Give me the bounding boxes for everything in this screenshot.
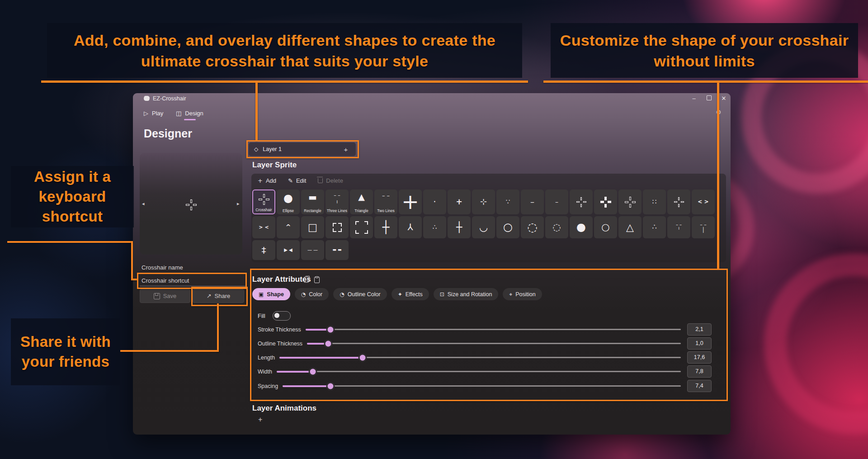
sprite-plus-large-icon: + xyxy=(401,191,419,213)
app-logo-icon xyxy=(143,96,150,101)
sprite-arc-bottom-icon: ◡ xyxy=(479,222,488,232)
sprite-circle-filled[interactable]: ● xyxy=(570,216,593,238)
sprite-triangles-facing-icon: ▶ ◀ xyxy=(284,248,292,253)
sprite-three-lines-label: Three Lines xyxy=(326,208,349,213)
add-animation-button[interactable]: + xyxy=(258,416,262,424)
preview-crosshair-icon xyxy=(185,199,197,210)
sprite-triangle-outline-icon: △ xyxy=(626,222,634,232)
sprite-crosshair-gap-bold[interactable] xyxy=(594,189,617,214)
sprite-corners-small[interactable] xyxy=(326,216,349,238)
edit-sprite-button[interactable]: ✎Edit xyxy=(288,177,306,184)
layer-animations-title: Layer Animations xyxy=(252,404,316,413)
connector-attributes xyxy=(717,83,719,269)
sprite-dash[interactable]: – xyxy=(521,189,544,214)
sprite-three-dots[interactable]: ∵ xyxy=(496,189,519,214)
sprite-ruler-vertical[interactable]: ‡ xyxy=(252,240,275,260)
save-button[interactable]: Save xyxy=(140,289,190,303)
sprite-dash-small-icon: – xyxy=(555,199,558,205)
sprite-caret-icon: ^ xyxy=(286,224,291,231)
sprite-crosshair-gap-thin[interactable] xyxy=(570,189,593,214)
edit-label: Edit xyxy=(296,177,306,184)
sprite-two-dashes-thin[interactable]: — — xyxy=(301,240,324,260)
sprite-caret[interactable]: ^ xyxy=(277,216,300,238)
sprite-triangle-dotted[interactable]: ∴ xyxy=(643,216,666,238)
sprite-circle-outline[interactable]: ○ xyxy=(496,216,519,238)
crosshair-name-input[interactable] xyxy=(140,262,246,273)
sprite-grid-row-3: ‡▶ ◀— —▬ ▬ xyxy=(252,240,349,260)
sprite-plus-small[interactable]: + xyxy=(448,189,471,214)
tab-play[interactable]: ▷ Play xyxy=(144,110,163,117)
highlight-layer1 xyxy=(246,140,359,158)
sprite-rectangle[interactable]: ▬Rectangle xyxy=(301,189,324,214)
sprite-cross-tee-ends-icon: ┼ xyxy=(382,221,390,233)
callout-top-left: Add, combine, and overlay different shap… xyxy=(47,23,522,78)
sprite-plus-large[interactable]: + xyxy=(399,189,422,214)
sprite-dot[interactable]: · xyxy=(423,189,446,214)
tab-design[interactable]: ◫ Design xyxy=(176,110,203,117)
sprite-two-lines[interactable]: – –Two Lines xyxy=(374,189,397,214)
preview-prev-arrow[interactable]: ◂ xyxy=(142,201,145,207)
sprite-square-outline[interactable]: □ xyxy=(301,216,324,238)
sprite-three-lines[interactable]: – – ╷Three Lines xyxy=(326,189,349,214)
sprite-ellipse-label: Ellipse xyxy=(277,208,300,213)
sprite-angle-brackets[interactable]: < > xyxy=(692,189,715,214)
tab-design-label: Design xyxy=(185,110,203,117)
sprite-cross-tee-ends[interactable]: ┼ xyxy=(374,216,397,238)
sprite-circle-dotted-icon: ◌ xyxy=(552,222,561,232)
sprite-crosshair-gap-tall[interactable] xyxy=(667,189,690,214)
sprite-triangle[interactable]: ▲Triangle xyxy=(350,189,373,214)
sprite-tee-large[interactable]: – – │ xyxy=(692,216,715,238)
sprite-circle-outline-icon: ○ xyxy=(503,222,513,233)
sprite-grid-row-1: Crosshair●Ellipse▬Rectangle– – ╷Three Li… xyxy=(252,189,715,214)
sprite-crosshair-dotted[interactable]: ∷ xyxy=(643,189,666,214)
sprite-two-lines-label: Two Lines xyxy=(374,208,397,213)
connector-assign-v xyxy=(131,241,133,280)
add-sprite-button[interactable]: +Add xyxy=(258,177,276,184)
highlight-attributes xyxy=(250,269,728,401)
window-title: EZ-Crosshair xyxy=(153,95,186,102)
sprite-tee-large-icon: – – │ xyxy=(700,222,707,232)
tab-play-label: Play xyxy=(152,110,163,117)
sprite-tri-prong-dotted[interactable]: ∴ xyxy=(423,216,446,238)
sprite-ellipse[interactable]: ●Ellipse xyxy=(277,189,300,214)
sprite-two-dashes-thin-icon: — — xyxy=(307,248,318,253)
sprite-tee-small[interactable]: – – ╵ xyxy=(667,216,690,238)
callout-share-friends: Share it with your friends xyxy=(11,318,120,385)
sprite-circle-thin-icon: ○ xyxy=(601,222,609,232)
minimize-button[interactable]: – xyxy=(687,95,701,102)
sprite-crosshair-label: Crosshair xyxy=(253,208,274,212)
sprite-cross-tee-ends-2-icon: ┼ xyxy=(456,222,462,232)
sprite-ellipse-icon: ● xyxy=(283,193,293,204)
sprite-rectangle-icon: ▬ xyxy=(308,193,317,202)
sprite-shrink-arrows[interactable]: ⊹ xyxy=(472,189,495,214)
sprite-brackets-inward-icon: > < xyxy=(259,225,269,230)
sprite-circle-dashed[interactable]: ◌ xyxy=(521,216,544,238)
sprite-circle-dotted[interactable]: ◌ xyxy=(545,216,568,238)
layer-sprite-title: Layer Sprite xyxy=(252,161,297,170)
design-icon: ◫ xyxy=(176,110,181,117)
sprite-three-lines-icon: – – ╷ xyxy=(334,193,340,203)
save-icon xyxy=(154,293,160,299)
sprite-crosshair-gap-med[interactable] xyxy=(618,189,642,214)
play-icon: ▷ xyxy=(144,110,148,117)
preview-next-arrow[interactable]: ▸ xyxy=(237,201,240,207)
sprite-brackets-inward[interactable]: > < xyxy=(252,216,275,238)
maximize-button[interactable] xyxy=(702,95,716,102)
sprite-dash-small[interactable]: – xyxy=(545,189,568,214)
sprite-circle-dashed-icon: ◌ xyxy=(527,221,538,233)
sprite-triangle-icon: ▲ xyxy=(358,193,365,202)
sprite-arc-bottom[interactable]: ◡ xyxy=(472,216,495,238)
sprite-corners-large[interactable] xyxy=(350,216,373,238)
sprite-two-dashes-thick[interactable]: ▬ ▬ xyxy=(326,240,349,260)
sprite-triangles-facing[interactable]: ▶ ◀ xyxy=(277,240,300,260)
sprite-crosshair-dotted-icon: ∷ xyxy=(652,199,657,206)
delete-icon xyxy=(318,178,323,183)
save-label: Save xyxy=(163,293,177,299)
sprite-cross-tee-ends-2[interactable]: ┼ xyxy=(448,216,471,238)
sprite-triangle-outline[interactable]: △ xyxy=(618,216,642,238)
sprite-crosshair[interactable]: Crosshair xyxy=(252,189,275,214)
sprite-circle-thin[interactable]: ○ xyxy=(594,216,617,238)
sprite-tee-small-icon: – – ╵ xyxy=(676,222,682,232)
sprite-grid-row-2: > <^□┼⅄∴┼◡○◌◌●○△∴– – ╵– – │ xyxy=(252,216,715,238)
sprite-tri-prong[interactable]: ⅄ xyxy=(399,216,422,238)
